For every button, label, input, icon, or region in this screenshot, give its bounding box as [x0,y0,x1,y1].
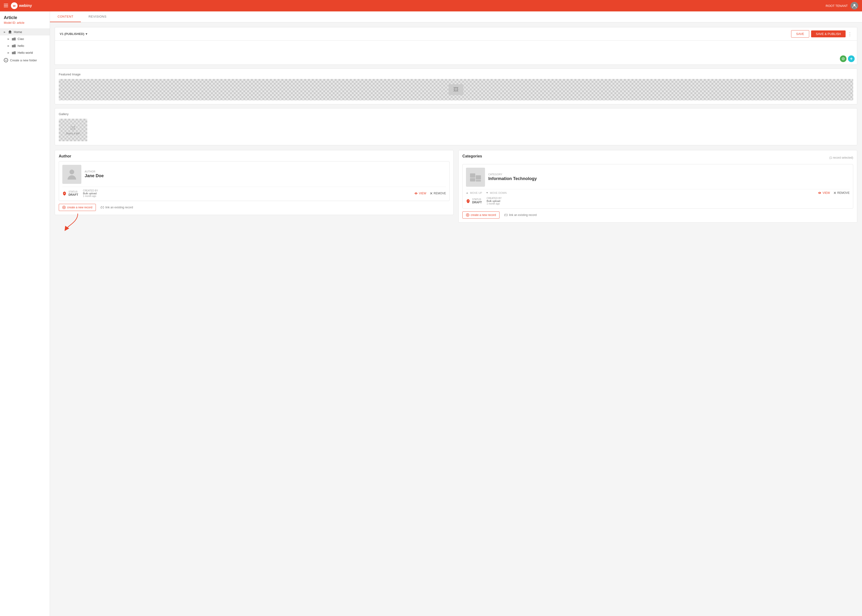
remove-icon [430,192,432,195]
link-icon [504,214,507,216]
sidebar-item-hello-world[interactable]: ▶ Hello world [0,49,50,56]
move-down-button[interactable]: MOVE DOWN [486,192,507,194]
svg-rect-6 [12,52,16,54]
chevron-right-icon: ▶ [8,51,9,54]
version-bar: V1 (PUBLISHED) ▾ SAVE SAVE & PUBLISH ⋮ [55,27,857,41]
add-record-icon [62,206,66,209]
category-link-record-button[interactable]: link an existing record [504,213,537,217]
author-column: Author AUTHOR [55,150,454,223]
select-file-label: Select a file* [66,132,80,135]
app-logo: w webiny [11,2,32,9]
move-actions: MOVE UP MOVE DOWN VIEW [466,189,849,195]
create-folder-label: Create a new folder [10,58,37,62]
logo-text: webiny [19,3,32,8]
home-icon [8,30,12,34]
author-record-footer: STATUS DRAFT CREATED BY Bulk upload 1 mo… [62,187,446,197]
chevron-right-icon: ▶ [4,31,6,33]
sidebar-item-label: Hello world [17,51,33,55]
move-down-icon [486,192,488,194]
app-header: w webiny ROOT TENANT [0,0,862,11]
sidebar-item-home[interactable]: ▶ Home [0,28,50,35]
gallery-upload-placeholder[interactable]: Select a file* [59,119,87,141]
categories-header: Categories (1 record selected) [462,154,853,161]
sidebar-subtitle: Model ID: article [0,21,50,28]
svg-rect-14 [470,178,475,181]
author-record-card: AUTHOR Jane Doe STATUS DRAFT [59,161,449,201]
svg-rect-1 [4,5,8,6]
version-selector[interactable]: V1 (PUBLISHED) ▾ [60,32,87,36]
save-button[interactable]: SAVE [791,30,809,38]
author-status: STATUS DRAFT [62,190,78,196]
tab-revisions[interactable]: REVISIONS [81,11,114,22]
tab-content[interactable]: CONTENT [50,11,81,22]
version-dropdown-icon: ▾ [86,32,87,36]
svg-point-9 [72,127,72,128]
author-created-info: CREATED BY Bulk upload 1 month ago [83,189,98,197]
move-up-label: MOVE UP [470,192,482,194]
sidebar-item-hello[interactable]: ▶ hello [0,42,50,49]
author-remove-button[interactable]: REMOVE [430,192,446,195]
model-id: article [17,21,25,25]
featured-image-placeholder[interactable]: 🖼 [59,79,853,101]
move-up-button[interactable]: MOVE UP [466,192,482,194]
status-icon [466,199,470,203]
sidebar-item-label: Home [14,30,22,34]
editor-icon-green[interactable] [840,55,846,62]
status-value: DRAFT [472,201,482,204]
view-label: VIEW [419,192,426,195]
sidebar-item-label: Ciao [17,37,24,41]
remove-label: REMOVE [433,192,446,195]
author-name: Jane Doe [85,173,446,178]
svg-rect-4 [12,38,16,41]
user-avatar[interactable] [851,2,858,9]
sidebar: Article Model ID: article ▶ Home ▶ Ciao … [0,11,50,616]
editor-icon-teal[interactable] [848,55,855,62]
svg-rect-5 [12,45,16,47]
category-remove-button[interactable]: REMOVE [834,191,849,195]
category-add-record-bar: create a new record link an existing rec… [462,211,853,218]
author-section-title: Author [59,154,449,159]
author-meta-label: AUTHOR [85,170,446,173]
author-link-record-button[interactable]: link an existing record [100,206,133,209]
tenant-label: ROOT TENANT [826,4,848,8]
create-folder-button[interactable]: + Create a new folder [0,56,50,64]
category-new-record-button[interactable]: create a new record [462,211,499,218]
status-value: DRAFT [69,193,78,196]
featured-image-section: Featured Image 🖼 [55,69,857,104]
category-avatar [466,168,485,187]
author-view-button[interactable]: VIEW [415,192,426,195]
view-icon [818,192,821,194]
category-record-actions: VIEW REMOVE [818,191,849,195]
category-created-info: CREATED BY Bulk upload 1 month ago [487,197,502,205]
status-label: STATUS [472,198,482,201]
category-info: CATEGORY Information Technology [488,173,849,181]
link-record-label: link an existing record [509,213,537,217]
relations-row: Author AUTHOR [55,150,857,223]
version-label: V1 (PUBLISHED) [60,32,84,36]
svg-rect-13 [476,175,481,179]
sidebar-item-ciao[interactable]: ▶ Ciao [0,35,50,42]
logo-letter: w [13,4,16,8]
svg-rect-0 [4,4,8,4]
add-folder-icon: + [4,58,8,62]
categories-section: Categories (1 record selected) [458,150,857,223]
menu-icon[interactable] [4,3,8,8]
gallery-label: Gallery [59,112,853,116]
gallery-section: Gallery Select a file* [55,108,857,145]
more-options-button[interactable]: ⋮ [848,31,852,37]
rich-text-editor[interactable] [55,41,857,65]
category-status: STATUS DRAFT [466,198,482,204]
add-image-icon [70,125,76,131]
folder-icon [12,51,16,54]
remove-icon [834,192,836,194]
remove-label: REMOVE [837,191,849,195]
author-new-record-button[interactable]: create a new record [59,204,96,211]
categories-column: Categories (1 record selected) [458,150,857,223]
svg-rect-12 [470,173,475,178]
view-icon [415,192,418,195]
category-record-card: CATEGORY Information Technology MOVE UP [462,164,853,209]
category-view-button[interactable]: VIEW [818,191,830,195]
new-record-label: create a new record [471,213,496,217]
save-publish-button[interactable]: SAVE & PUBLISH [811,30,846,37]
view-label: VIEW [823,191,830,195]
